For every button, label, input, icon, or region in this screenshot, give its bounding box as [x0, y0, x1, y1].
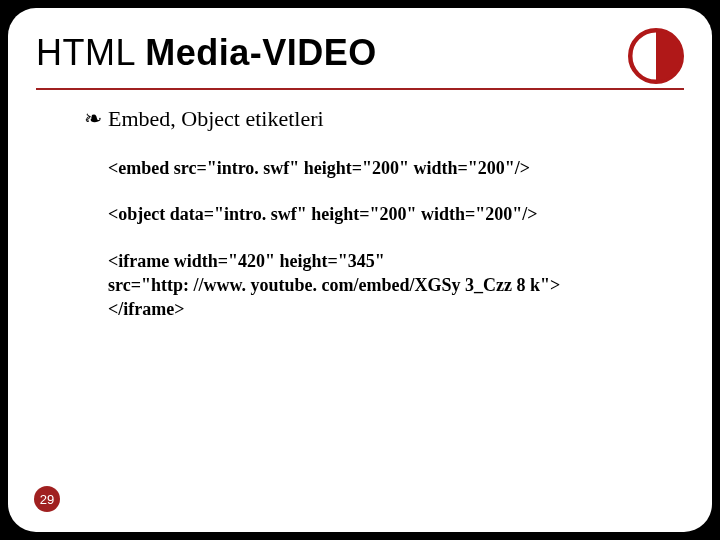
slide-title: HTML Media-VIDEO: [36, 32, 377, 74]
title-plain: HTML: [36, 32, 145, 73]
header: HTML Media-VIDEO: [36, 32, 684, 84]
title-bold: Media-VIDEO: [145, 32, 377, 73]
code-embed: <embed src="intro. swf" height="200" wid…: [108, 156, 644, 180]
page-number-badge: 29: [34, 486, 60, 512]
code-iframe-line2: src="http: //www. youtube. com/embed/XGS…: [108, 273, 644, 297]
page-number: 29: [40, 492, 54, 507]
code-iframe-line1: <iframe width="420" height="345": [108, 249, 644, 273]
bullet-icon: ❧: [84, 106, 102, 132]
slide-frame: HTML Media-VIDEO ❧ Embed, Object etiketl…: [8, 8, 712, 532]
code-examples: <embed src="intro. swf" height="200" wid…: [108, 156, 644, 321]
metu-logo-icon: [628, 28, 684, 84]
code-iframe: <iframe width="420" height="345" src="ht…: [108, 249, 644, 322]
bullet-text: Embed, Object etiketleri: [108, 106, 324, 132]
bullet-item: ❧ Embed, Object etiketleri: [84, 106, 684, 132]
code-object: <object data="intro. swf" height="200" w…: [108, 202, 644, 226]
title-underline: [36, 88, 684, 90]
code-iframe-line3: </iframe>: [108, 297, 644, 321]
